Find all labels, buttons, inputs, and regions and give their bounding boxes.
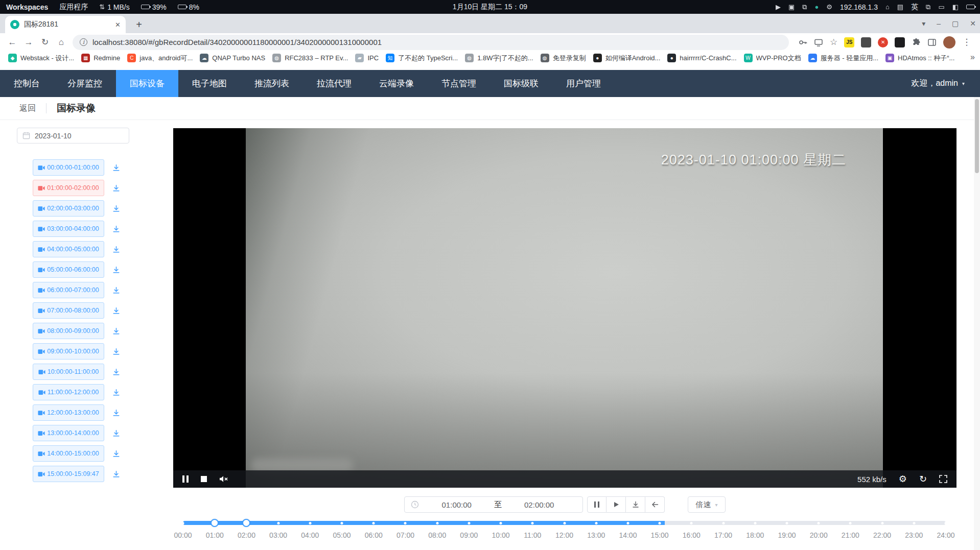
input-method-indicator[interactable]: 英 — [911, 3, 918, 12]
volume-muted-icon[interactable] — [219, 475, 228, 483]
seek-back-button[interactable] — [645, 496, 665, 513]
segment-download-button[interactable] — [110, 407, 122, 418]
player-settings-icon[interactable]: ⚙ — [899, 474, 907, 484]
segment-download-button[interactable] — [110, 203, 122, 214]
dark-extension-icon[interactable] — [895, 37, 905, 47]
segment-download-button[interactable] — [110, 223, 122, 234]
player-refresh-icon[interactable]: ↻ — [919, 474, 927, 484]
play-button[interactable] — [606, 496, 626, 513]
video-player[interactable]: 2023-01-10 01:00:00 星期二 552 kb/s ⚙ ↻ — [173, 128, 956, 488]
extensions-puzzle-icon[interactable] — [912, 38, 921, 47]
browser-menu-icon[interactable]: ⋮ — [962, 37, 971, 47]
tab-close-icon[interactable]: ✕ — [115, 21, 121, 29]
timeline-slider[interactable]: 00:0001:0002:0003:0004:0005:0006:0007:00… — [183, 516, 946, 547]
segment-download-button[interactable] — [110, 162, 122, 173]
record-segment-button[interactable]: 14:00:00-15:00:00 — [33, 445, 104, 462]
window-copy-icon[interactable]: ⧉ — [926, 4, 930, 10]
record-segment-button[interactable]: 03:00:00-04:00:00 — [33, 221, 104, 237]
record-segment-button[interactable]: 01:00:00-02:00:00 — [33, 180, 104, 196]
segment-download-button[interactable] — [110, 305, 122, 316]
nav-item[interactable]: 电子地图 — [178, 70, 241, 97]
nav-item[interactable]: 国标级联 — [490, 70, 552, 97]
pause-button[interactable] — [587, 496, 606, 513]
nav-item[interactable]: 节点管理 — [428, 70, 490, 97]
fullscreen-icon[interactable] — [939, 475, 947, 483]
site-info-icon[interactable]: i — [80, 38, 87, 46]
record-segment-button[interactable]: 00:00:00-01:00:00 — [33, 159, 104, 176]
bookmark-item[interactable]: 知 了不起的 TypeScri... — [383, 53, 461, 64]
bookmark-item[interactable]: ● hairrrrr/C-CrashC... — [664, 53, 739, 63]
player-stop-icon[interactable] — [201, 476, 207, 482]
record-segment-button[interactable]: 15:00:00-15:09:47 — [33, 466, 104, 482]
record-segment-button[interactable]: 06:00:00-07:00:00 — [33, 282, 104, 298]
chat-icon[interactable]: ▤ — [897, 4, 903, 10]
browser-tab[interactable]: 国标28181 ✕ — [5, 16, 126, 33]
tab-search-icon[interactable]: ▾ — [922, 19, 925, 28]
profile-avatar[interactable] — [943, 36, 955, 49]
bookmark-item[interactable]: ◍ 免登录复制 — [538, 53, 589, 64]
bookmark-item[interactable]: ● 如何编译Android... — [590, 53, 664, 64]
side-panel-icon[interactable] — [927, 38, 937, 47]
battery-indicator[interactable]: 39% — [141, 3, 167, 11]
address-bar[interactable]: i localhost:38080/#/gbRecordDetail/34020… — [73, 35, 789, 50]
segment-download-button[interactable] — [110, 366, 122, 377]
download-button[interactable] — [626, 496, 645, 513]
range-start-input[interactable]: 01:00:00 — [419, 500, 494, 509]
record-segment-button[interactable]: 07:00:00-08:00:00 — [33, 302, 104, 319]
home-tray-icon[interactable]: ⌂ — [885, 4, 890, 10]
blocker-extension-icon[interactable]: ✕ — [878, 37, 888, 47]
new-tab-button[interactable]: + — [132, 17, 146, 32]
timeline-handle-start[interactable] — [211, 519, 219, 527]
record-segment-button[interactable]: 10:00:00-11:00:00 — [33, 364, 104, 380]
screenshot-icon[interactable]: ▣ — [788, 4, 795, 10]
record-segment-button[interactable]: 04:00:00-05:00:00 — [33, 241, 104, 257]
tools-icon[interactable]: ⚙ — [826, 4, 832, 10]
nav-item[interactable]: 云端录像 — [365, 70, 428, 97]
bookmark-item[interactable]: ▰ IPC — [352, 53, 382, 63]
segment-download-button[interactable] — [110, 182, 122, 194]
bookmark-item[interactable]: ◆ Webstack - 设计... — [5, 53, 77, 64]
display-icon[interactable]: ▭ — [938, 4, 944, 10]
segment-download-button[interactable] — [110, 346, 122, 357]
record-segment-button[interactable]: 05:00:00-06:00:00 — [33, 261, 104, 278]
segment-download-button[interactable] — [110, 468, 122, 480]
browser-forward-button[interactable]: → — [21, 35, 36, 50]
browser-back-button[interactable]: ← — [5, 35, 19, 50]
nav-item[interactable]: 国标设备 — [116, 70, 178, 97]
bookmark-item[interactable]: ☁ QNAP Turbo NAS — [197, 53, 268, 63]
timeline-handle-end[interactable] — [242, 519, 250, 527]
password-key-icon[interactable] — [798, 38, 807, 47]
segment-download-button[interactable] — [110, 325, 122, 337]
bookmark-item[interactable]: W WVP-PRO文档 — [741, 53, 804, 64]
record-segment-button[interactable]: 08:00:00-09:00:00 — [33, 323, 104, 339]
player-pause-icon[interactable] — [182, 475, 189, 483]
bookmark-item[interactable]: ◍ 1.8W字|了不起的... — [462, 53, 536, 64]
system-clock[interactable]: 1月10日 星期二 15：09 — [453, 3, 527, 12]
nav-item[interactable]: 控制台 — [0, 70, 54, 97]
bookmark-item[interactable]: C java、android可... — [124, 53, 196, 64]
speed-dropdown[interactable]: 倍速 ▾ — [688, 496, 725, 513]
user-menu[interactable]: 欢迎，admin ▾ — [911, 78, 965, 89]
segment-download-button[interactable] — [110, 448, 122, 459]
clipboard-icon[interactable]: ⧉ — [802, 4, 807, 10]
tray-battery[interactable] — [966, 5, 975, 9]
segment-download-button[interactable] — [110, 284, 122, 296]
share-icon[interactable] — [814, 38, 823, 47]
nav-item[interactable]: 拉流代理 — [303, 70, 365, 97]
record-segment-button[interactable]: 11:00:00-12:00:00 — [33, 384, 104, 400]
bookmark-item[interactable]: ☁ 服务器 - 轻量应用... — [805, 53, 881, 64]
nav-item[interactable]: 分屏监控 — [54, 70, 116, 97]
script-extension-icon[interactable] — [861, 37, 871, 47]
segment-download-button[interactable] — [110, 244, 122, 255]
scrollbar-thumb[interactable] — [975, 99, 979, 173]
record-segment-button[interactable]: 13:00:00-14:00:00 — [33, 425, 104, 441]
browser-home-button[interactable]: ⌂ — [54, 35, 68, 50]
bookmark-star-icon[interactable]: ☆ — [830, 37, 837, 47]
media-play-icon[interactable]: ▶ — [776, 4, 781, 10]
js-extension-icon[interactable]: JS — [844, 37, 854, 47]
volume-icon[interactable]: ◧ — [952, 4, 959, 10]
segment-download-button[interactable] — [110, 427, 122, 439]
browser-reload-button[interactable]: ↻ — [38, 35, 52, 50]
network-speed-indicator[interactable]: ⇅ 1 MB/s — [99, 3, 129, 11]
page-scrollbar[interactable] — [974, 97, 980, 550]
